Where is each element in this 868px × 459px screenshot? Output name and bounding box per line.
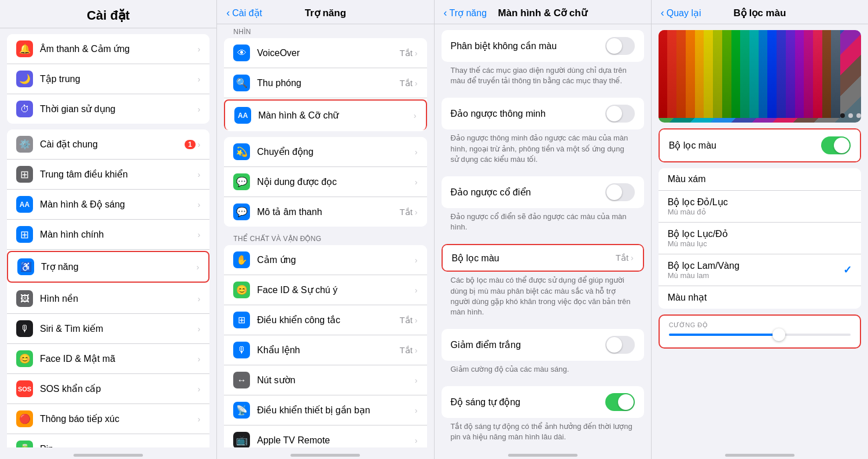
tro-nang-right: › (197, 262, 200, 272)
intensity-slider-thumb[interactable] (773, 328, 785, 341)
dao-nguoc-thong-minh-toggle[interactable] (605, 105, 635, 123)
panel4-back-btn[interactable]: ‹ Quay lại (661, 7, 701, 19)
list-item-tap-trung[interactable]: 🌙 Tập trung › (7, 64, 209, 94)
list-item-cai-dat-chung[interactable]: ⚙️ Cài đặt chung 1 › (7, 129, 209, 160)
list-item-voiceover[interactable]: 👁 VoiceOver Tắt› (224, 38, 426, 68)
list-item-mo-ta[interactable]: 💬 Mô tả âm thanh Tắt› (224, 197, 426, 227)
man-hinh-right: › (198, 200, 201, 209)
list-item-dao-nguoc-co-dien[interactable]: Đảo ngược cổ điển (442, 176, 644, 208)
list-item-man-hinh-do-sang[interactable]: AA Màn hình & Độ sáng › (7, 190, 209, 220)
sos-icon: SOS (16, 380, 33, 397)
list-item-giam-diem-trang[interactable]: Giảm điểm trắng (442, 329, 644, 361)
mau-nhat-name: Màu nhạt (668, 292, 707, 303)
phan-biet-label: Phân biệt không cần màu (451, 40, 605, 51)
bo-loc-lam-vang-sub: Mù màu lam (668, 271, 740, 280)
giam-diem-trang-toggle[interactable] (605, 336, 635, 354)
thu-phong-icon: 🔍 (233, 75, 250, 91)
panel3-back-btn[interactable]: ‹ Trợ năng (444, 7, 487, 19)
do-sang-tu-dong-toggle[interactable] (605, 393, 635, 411)
list-item-trung-tam[interactable]: ⊞ Trung tâm điều khiển › (7, 160, 209, 190)
noi-dung-label: Nội dung được đọc (257, 176, 415, 187)
list-item-chuyen-dong[interactable]: 💫 Chuyển động › (224, 137, 426, 167)
do-sang-tu-dong-desc: Tắt độ sáng tự động có thể ảnh hưởng đến… (442, 418, 644, 447)
panel4-header: ‹ Quay lại Bộ lọc màu (652, 0, 868, 24)
man-hinh-chinh-label: Màn hình chính (40, 230, 198, 240)
list-item-tro-nang[interactable]: ♿ Trợ năng › (7, 251, 209, 283)
bo-loc-luc-do-text: Bộ lọc Lục/Đỏ Mù màu lục (668, 228, 728, 248)
panel4-nav: ‹ Quay lại Bộ lọc màu (661, 7, 859, 19)
list-item-man-hinh-co-chu[interactable]: AA Màn hình & Cỡ chữ › (224, 99, 426, 130)
chuyen-dong-right: › (415, 147, 418, 157)
panel2-back-label: Cài đặt (232, 8, 262, 18)
panel2-nav: ‹ Cài đặt Trợ năng (226, 7, 424, 19)
list-item-phan-biet[interactable]: Phân biệt không cần màu (442, 30, 644, 62)
tro-nang-icon: ♿ (17, 258, 34, 275)
list-item-hinh-nen[interactable]: 🖼 Hình nền › (7, 284, 209, 314)
list-item-am-thanh[interactable]: 🔔 Âm thanh & Cảm ứng › (7, 34, 209, 64)
list-item-face-id-mat-ma[interactable]: 😊 Face ID & Mật mã › (7, 344, 209, 374)
panel2-section-nhin: NHÌN (224, 24, 426, 38)
filter-bo-loc-luc-do[interactable]: Bộ lọc Lục/Đỏ Mù màu lục (659, 223, 861, 254)
thong-bao-label: Thông báo tiếp xúc (40, 413, 198, 424)
thoi-gian-right: › (198, 105, 201, 114)
face-id-mat-ma-label: Face ID & Mật mã (40, 353, 198, 364)
giam-diem-trang-label: Giảm điểm trắng (451, 339, 605, 350)
do-sang-tu-dong-label: Độ sáng tự động (451, 397, 605, 408)
panel2-back-btn[interactable]: ‹ Cài đặt (226, 7, 262, 19)
panel3-group5: Giảm điểm trắng (442, 329, 644, 361)
dao-nguoc-co-dien-toggle[interactable] (605, 183, 635, 201)
list-item-face-id-su-chu-y[interactable]: 😊 Face ID & Sự chú ý › (224, 275, 426, 305)
hinh-nen-label: Hình nền (40, 293, 198, 304)
filter-bo-loc-lam-vang[interactable]: Bộ lọc Lam/Vàng Mù màu lam ✓ (659, 254, 861, 286)
khau-lenh-right: Tắt› (399, 345, 417, 356)
list-item-pin[interactable]: 🔋 Pin › (7, 434, 209, 447)
nut-suon-label: Nút sườn (257, 375, 415, 386)
apple-tv-label: Apple TV Remote (257, 435, 415, 446)
list-item-thoi-gian[interactable]: ⏱ Thời gian sử dụng › (7, 94, 209, 124)
back-chevron-icon-4: ‹ (661, 7, 664, 19)
panel3-bo-loc-mau-section: Bộ lọc màu Tắt› (442, 244, 644, 272)
list-item-dao-nguoc-thong-minh[interactable]: Đảo ngược thông minh (442, 98, 644, 129)
list-item-dieu-khien-cong-tac[interactable]: ⊞ Điều khiển công tắc Tắt› (224, 305, 426, 335)
dieu-khien-cong-tac-icon: ⊞ (233, 312, 250, 328)
bo-loc-lam-vang-check: ✓ (843, 264, 852, 276)
panel4-bo-loc-toggle-section: Bộ lọc màu (659, 128, 861, 162)
mo-ta-icon: 💬 (233, 203, 250, 220)
filter-bo-loc-do-luc[interactable]: Bộ lọc Đỏ/Lục Mù màu đỏ (659, 191, 861, 223)
siri-label: Siri & Tìm kiếm (40, 323, 198, 334)
dao-nguoc-co-dien-desc: Đảo ngược cổ điển sẽ đảo ngược các màu c… (442, 208, 644, 238)
list-item-apple-tv[interactable]: 📺 Apple TV Remote › (224, 425, 426, 447)
thu-phong-right: Tắt› (399, 78, 417, 88)
list-item-thu-phong[interactable]: 🔍 Thu phóng Tắt› (224, 68, 426, 98)
list-item-sos[interactable]: SOS SOS khẩn cấp › (7, 374, 209, 404)
filter-mau-xam[interactable]: Màu xám (659, 168, 861, 191)
list-item-khau-lenh[interactable]: 🎙 Khẩu lệnh Tắt› (224, 335, 426, 365)
home-indicator-3 (435, 447, 651, 459)
list-item-cam-ung[interactable]: ✋ Cảm ứng › (224, 245, 426, 275)
dieu-khien-cong-tac-label: Điều khiển công tắc (257, 314, 399, 325)
list-item-man-hinh-chinh[interactable]: ⊞ Màn hình chính › (7, 220, 209, 250)
list-item-nut-suon[interactable]: ↔ Nút sườn › (224, 365, 426, 395)
panel4-bo-loc-toggle[interactable] (821, 136, 851, 154)
intensity-slider-track (669, 334, 851, 336)
list-item-siri[interactable]: 🎙 Siri & Tìm kiếm › (7, 314, 209, 344)
dot-3 (856, 113, 861, 118)
list-item-thong-bao[interactable]: 🔴 Thông báo tiếp xúc › (7, 404, 209, 434)
mau-nhat-row: Màu nhạt (668, 292, 852, 303)
panel-tro-nang: ‹ Cài đặt Trợ năng NHÌN 👁 VoiceOver Tắt›… (217, 0, 434, 459)
list-item-dieu-khien-thiet-bi[interactable]: 📡 Điều khiển thiết bị gần bạn › (224, 395, 426, 425)
list-item-noi-dung[interactable]: 💬 Nội dung được đọc › (224, 167, 426, 197)
dao-nguoc-co-dien-label: Đảo ngược cổ điển (451, 187, 605, 198)
dieu-khien-thiet-bi-right: › (415, 406, 418, 415)
panel4-bo-loc-toggle-item[interactable]: Bộ lọc màu (660, 129, 860, 161)
dao-nguoc-thong-minh-label: Đảo ngược thông minh (451, 108, 605, 119)
filter-mau-nhat[interactable]: Màu nhạt (659, 286, 861, 309)
voiceover-right: Tắt› (399, 48, 417, 58)
list-item-do-sang-tu-dong[interactable]: Độ sáng tự động (442, 386, 644, 418)
panel4-title: Bộ lọc màu (733, 7, 786, 19)
list-item-bo-loc-mau[interactable]: Bộ lọc màu Tắt› (443, 245, 643, 271)
thong-bao-right: › (198, 414, 201, 424)
phan-biet-toggle[interactable] (605, 37, 635, 55)
bo-loc-do-luc-sub: Mù màu đỏ (668, 208, 728, 216)
bo-loc-luc-do-row: Bộ lọc Lục/Đỏ Mù màu lục (668, 228, 852, 248)
